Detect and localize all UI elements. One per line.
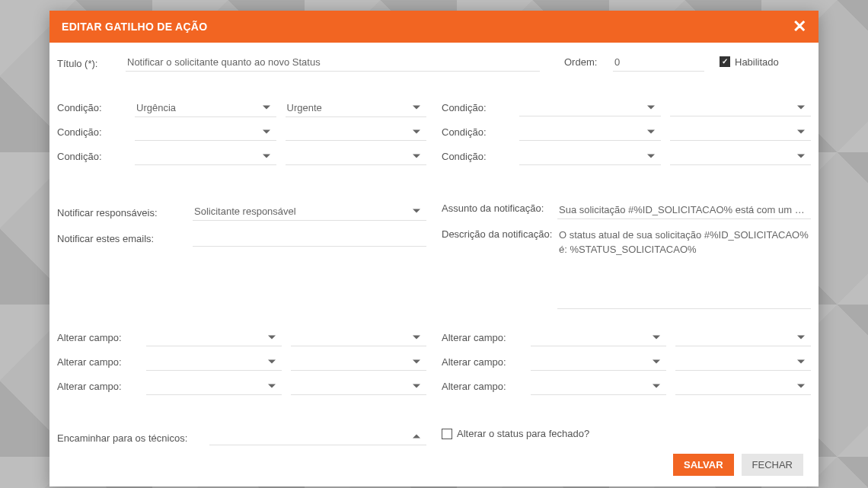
- chevron-down-icon: [653, 359, 660, 363]
- chevron-down-icon: [797, 359, 805, 363]
- chevron-down-icon: [413, 384, 420, 388]
- alterar-status-row: Alterar o status para fechado?: [442, 425, 811, 439]
- chevron-down-icon: [413, 359, 420, 363]
- chevron-down-icon: [413, 154, 420, 158]
- label-notif-emails: Notificar estes emails:: [57, 230, 193, 244]
- modal-header: EDITAR GATILHO DE AÇÃO ✕: [49, 11, 819, 43]
- label-encaminhar: Encaminhar para os técnicos:: [57, 429, 209, 444]
- encaminhar-select[interactable]: [209, 427, 426, 445]
- chevron-down-icon: [797, 335, 805, 339]
- save-button[interactable]: SALVAR: [673, 454, 734, 476]
- chevron-down-icon: [653, 384, 660, 388]
- chevron-down-icon: [268, 335, 276, 339]
- modal-body: Título (*): Ordem: Habilitado Condição: …: [49, 43, 819, 486]
- forward-section: Encaminhar para os técnicos: Alterar o s…: [57, 425, 811, 451]
- label-titulo: Título (*):: [57, 55, 126, 69]
- chevron-down-icon: [263, 105, 270, 109]
- label-condicao: Condição:: [442, 102, 510, 113]
- label-condicao: Condição:: [57, 151, 126, 162]
- condition-left-0-field[interactable]: Urgência: [135, 97, 276, 117]
- habilitado-checkbox-row: Habilitado: [720, 56, 811, 68]
- label-alterar-campo: Alterar campo:: [57, 356, 137, 368]
- alter-right-2-field[interactable]: [531, 377, 666, 395]
- label-condicao: Condição:: [57, 102, 126, 113]
- alter-left-0-value[interactable]: [291, 328, 426, 346]
- ordem-input[interactable]: [613, 52, 704, 72]
- alter-left-2-field[interactable]: [146, 377, 282, 395]
- condition-left-1-value[interactable]: [286, 123, 427, 141]
- alter-right-2-value[interactable]: [675, 377, 811, 395]
- chevron-down-icon: [268, 359, 276, 363]
- chevron-down-icon: [647, 105, 655, 109]
- label-habilitado: Habilitado: [735, 56, 779, 68]
- chevron-down-icon: [647, 129, 655, 133]
- condition-right-0-value[interactable]: [670, 98, 812, 116]
- modal-footer: SALVAR FECHAR: [57, 451, 811, 476]
- label-descricao: Descrição da notificação:: [442, 225, 557, 240]
- notif-emails-input[interactable]: [193, 227, 426, 247]
- label-alterar-campo: Alterar campo:: [57, 381, 137, 392]
- alter-right-1-value[interactable]: [675, 352, 811, 371]
- chevron-down-icon: [268, 384, 276, 388]
- chevron-down-icon: [413, 335, 420, 339]
- chevron-down-icon: [413, 105, 420, 109]
- chevron-down-icon: [797, 105, 805, 109]
- alter-right-0-value[interactable]: [675, 328, 811, 346]
- condition-left-1-field[interactable]: [135, 123, 276, 141]
- condition-right-2-value[interactable]: [670, 147, 812, 165]
- condition-right-2-field[interactable]: [519, 147, 661, 165]
- condition-left-2-value[interactable]: [286, 147, 427, 165]
- chevron-down-icon: [413, 129, 420, 133]
- habilitado-checkbox[interactable]: [720, 56, 730, 67]
- chevron-down-icon: [653, 335, 660, 339]
- close-icon[interactable]: ✕: [793, 18, 806, 35]
- label-condicao: Condição:: [57, 126, 126, 138]
- chevron-down-icon: [413, 209, 420, 212]
- titulo-input[interactable]: [126, 52, 540, 72]
- chevron-down-icon: [647, 154, 655, 158]
- alterar-status-checkbox[interactable]: [442, 429, 452, 439]
- label-condicao: Condição:: [442, 151, 510, 162]
- condition-left-0-value[interactable]: Urgente: [286, 97, 427, 117]
- close-button[interactable]: FECHAR: [742, 454, 803, 476]
- notif-resp-select[interactable]: Solicitante responsável: [193, 201, 426, 221]
- modal-title: EDITAR GATILHO DE AÇÃO: [62, 21, 207, 33]
- alter-left-2-value[interactable]: [291, 377, 426, 395]
- alter-left-1-field[interactable]: [146, 352, 282, 371]
- condition-right-1-value[interactable]: [670, 123, 812, 141]
- assunto-input[interactable]: [557, 199, 811, 219]
- condition-left-2-field[interactable]: [135, 147, 276, 165]
- alter-left-0-field[interactable]: [146, 328, 282, 346]
- label-alterar-campo: Alterar campo:: [442, 332, 522, 343]
- alter-left-1-value[interactable]: [291, 352, 426, 371]
- alter-right-1-field[interactable]: [531, 352, 666, 371]
- chevron-down-icon: [263, 129, 270, 133]
- label-alterar-status: Alterar o status para fechado?: [457, 428, 589, 439]
- title-row: Título (*): Ordem: Habilitado: [57, 50, 811, 73]
- conditions-section: Condição: Urgência Urgente Condição: Con…: [57, 96, 811, 169]
- chevron-up-icon: [413, 434, 420, 438]
- chevron-down-icon: [797, 154, 805, 158]
- notification-section: Notificar responsáveis: Solicitante resp…: [57, 199, 811, 312]
- label-alterar-campo: Alterar campo:: [57, 332, 137, 343]
- label-alterar-campo: Alterar campo:: [442, 356, 522, 368]
- condition-right-0-field[interactable]: [519, 98, 661, 116]
- label-ordem: Ordem:: [564, 56, 613, 68]
- label-assunto: Assunto da notificação:: [442, 199, 557, 214]
- label-notif-resp: Notificar responsáveis:: [57, 204, 193, 218]
- alter-section: Alterar campo: Alterar campo: Alterar ca…: [57, 326, 811, 399]
- chevron-down-icon: [797, 384, 805, 388]
- edit-action-trigger-modal: EDITAR GATILHO DE AÇÃO ✕ Título (*): Ord…: [49, 11, 819, 486]
- descricao-textarea[interactable]: [557, 225, 811, 309]
- condition-right-1-field[interactable]: [519, 123, 661, 141]
- alter-right-0-field[interactable]: [531, 328, 666, 346]
- label-alterar-campo: Alterar campo:: [442, 381, 522, 392]
- label-condicao: Condição:: [442, 126, 510, 138]
- chevron-down-icon: [797, 129, 805, 133]
- chevron-down-icon: [263, 154, 270, 158]
